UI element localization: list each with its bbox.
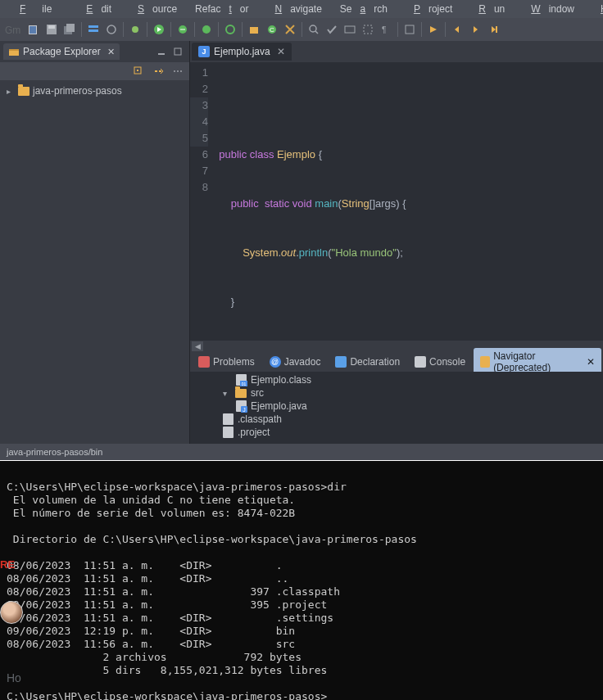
menu-navigate[interactable]: Navigate: [258, 2, 329, 16]
svg-rect-24: [9, 49, 19, 51]
console-icon: [415, 356, 426, 368]
svg-rect-18: [345, 26, 355, 33]
svg-point-12: [202, 25, 211, 34]
minimize-icon[interactable]: [153, 43, 170, 60]
statusbar: java-primeros-pasos/bin: [0, 444, 603, 460]
java-file-icon: [236, 400, 247, 412]
declaration-icon: [335, 356, 347, 368]
list-item[interactable]: .project: [190, 426, 603, 439]
package-icon: [8, 46, 20, 57]
save-all-icon[interactable]: [61, 21, 78, 38]
menu-run[interactable]: Run: [462, 2, 513, 16]
menu-help[interactable]: Help: [584, 2, 603, 16]
coverage-icon[interactable]: [175, 21, 191, 38]
next-annotation-icon[interactable]: [425, 21, 442, 38]
open-type-icon[interactable]: [282, 21, 298, 38]
menu-refactor[interactable]: Refactor: [187, 2, 256, 16]
class-file-icon: [236, 374, 247, 386]
svg-rect-26: [175, 48, 181, 55]
link-editor-icon[interactable]: [150, 63, 166, 79]
last-edit-icon[interactable]: [485, 21, 501, 38]
run-icon[interactable]: [151, 21, 167, 38]
close-icon[interactable]: ✕: [587, 356, 595, 368]
line-gutter: 1 2 3 4 5 6 7 8: [190, 62, 213, 341]
list-item[interactable]: Ejemplo.java: [190, 400, 603, 413]
menubar: File Edit Source Refactor Navigate Searc…: [0, 0, 603, 18]
menu-edit[interactable]: Edit: [70, 2, 120, 16]
problems-icon: [198, 356, 210, 368]
toolbar: Gm C ¶: [0, 18, 603, 41]
close-icon[interactable]: ✕: [107, 47, 115, 57]
package-explorer-title: Package Explorer: [23, 46, 101, 57]
tab-problems[interactable]: Problems: [192, 354, 261, 370]
code-editor[interactable]: 1 2 3 4 5 6 7 8 public class Ejemplo { p…: [190, 62, 603, 341]
svg-rect-7: [88, 29, 98, 32]
avatar[interactable]: [0, 601, 23, 624]
svg-point-8: [107, 25, 116, 34]
svg-point-29: [174, 70, 175, 72]
pin-icon[interactable]: [401, 21, 418, 38]
scroll-left-icon[interactable]: ◀: [192, 341, 203, 351]
view-menu-icon[interactable]: [170, 63, 186, 79]
debug-icon[interactable]: [127, 21, 143, 38]
project-name: java-primeros-pasos: [33, 85, 122, 97]
list-item[interactable]: .classpath: [190, 413, 603, 426]
menu-search[interactable]: Search: [332, 2, 396, 16]
file-icon: [223, 427, 233, 438]
collapse-icon[interactable]: ▾: [223, 389, 231, 398]
back-icon[interactable]: [449, 21, 465, 38]
expand-icon[interactable]: ▸: [7, 87, 15, 96]
package-explorer-tab[interactable]: Package Explorer ✕: [3, 43, 120, 60]
svg-rect-22: [496, 26, 497, 33]
collapse-all-icon[interactable]: [130, 63, 147, 79]
editor-tab[interactable]: J Ejemplo.java ✕: [192, 43, 292, 61]
toggle-mark-icon[interactable]: [324, 21, 340, 38]
svg-rect-1: [29, 26, 36, 34]
new-icon[interactable]: [25, 21, 42, 38]
svg-point-13: [226, 25, 234, 34]
menu-source[interactable]: Source: [121, 2, 185, 16]
tab-declaration[interactable]: Declaration: [329, 354, 406, 370]
list-item[interactable]: ▾src: [190, 386, 603, 400]
navigator-tree: Ejemplo.class ▾src Ejemplo.java .classpa…: [190, 372, 603, 444]
tab-console[interactable]: Console: [408, 354, 472, 370]
show-whitespace-icon[interactable]: ¶: [378, 21, 394, 38]
menu-project[interactable]: Project: [397, 2, 460, 16]
folder-icon: [18, 87, 29, 96]
maximize-icon[interactable]: [170, 43, 186, 60]
folder-icon: [235, 389, 247, 398]
new-class-icon[interactable]: C: [264, 21, 280, 38]
svg-rect-21: [406, 25, 414, 34]
navigator-icon: [480, 356, 490, 368]
gmail-label: Gm: [3, 25, 24, 36]
svg-rect-14: [250, 27, 258, 34]
recent-label: RE: [0, 558, 15, 571]
close-icon[interactable]: ✕: [277, 46, 285, 57]
java-file-icon: J: [198, 46, 210, 57]
tab-javadoc[interactable]: @Javadoc: [263, 354, 328, 370]
list-item[interactable]: Ejemplo.class: [190, 373, 603, 386]
svg-rect-3: [48, 25, 55, 29]
terminal[interactable]: C:\Users\HP\eclipse-workspace\java-prime…: [0, 461, 603, 700]
svg-point-17: [310, 25, 316, 32]
menu-window[interactable]: Window: [515, 2, 583, 16]
block-select-icon[interactable]: [360, 21, 376, 38]
forward-icon[interactable]: [467, 21, 483, 38]
svg-text:C: C: [270, 26, 274, 34]
save-icon[interactable]: [43, 21, 60, 38]
svg-point-9: [132, 26, 138, 33]
svg-point-31: [180, 70, 182, 72]
file-icon: [223, 413, 233, 425]
skip-all-icon[interactable]: [103, 21, 120, 38]
annotation-nav-icon[interactable]: [342, 21, 358, 38]
search-icon[interactable]: [306, 21, 322, 38]
svg-rect-5: [66, 24, 75, 32]
status-text: java-primeros-pasos/bin: [7, 447, 102, 457]
menu-file[interactable]: File: [3, 2, 68, 16]
toggle-breadcrumb-icon[interactable]: [85, 21, 102, 38]
ext-tools-icon[interactable]: [222, 21, 238, 38]
svg-text:¶: ¶: [382, 25, 386, 34]
new-package-icon[interactable]: [246, 21, 262, 38]
project-node[interactable]: ▸ java-primeros-pasos: [0, 84, 189, 98]
run-last-icon[interactable]: [198, 21, 215, 38]
